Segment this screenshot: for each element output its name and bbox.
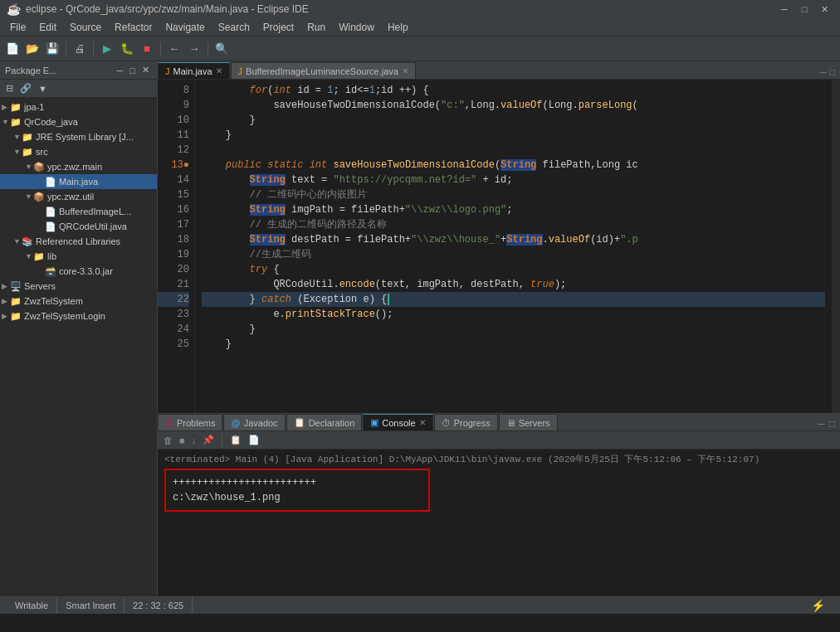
bottom-minimize-button[interactable]: ─ xyxy=(817,417,827,430)
tree-item[interactable]: 📄QRCodeUtil.java xyxy=(0,219,157,234)
tab-java-icon: J xyxy=(165,66,170,76)
view-menu-button[interactable]: ▼ xyxy=(36,83,50,95)
code-line-20: try { xyxy=(202,262,825,277)
tab-problems[interactable]: ⚠ Problems xyxy=(158,414,222,430)
menu-search[interactable]: Search xyxy=(212,18,256,36)
tree-item[interactable]: ▼📚Referenced Libraries xyxy=(0,234,157,249)
minimize-button[interactable]: ─ xyxy=(775,2,794,17)
tree-item[interactable]: 📄BufferedImageL... xyxy=(0,204,157,219)
tab-buffered-image[interactable]: J BufferedImageLuminanceSource.java ✕ xyxy=(231,62,416,79)
tree-item[interactable]: 📄Main.java xyxy=(0,174,157,189)
print-button[interactable]: 🖨 xyxy=(71,40,89,58)
status-insert-mode: Smart Insert xyxy=(57,596,125,614)
tab-declaration[interactable]: 📋 Declaration xyxy=(286,414,363,430)
tree-item[interactable]: ▼📦ypc.zwz.main xyxy=(0,159,157,174)
sidebar: Package E... ─ □ ✕ ⊟ 🔗 ▼ ▶📁jpa-1▼📁QrCode… xyxy=(0,61,158,596)
toolbar-separator-4 xyxy=(208,41,208,56)
stop-button[interactable]: ■ xyxy=(138,40,156,58)
tree-item[interactable]: ▶📁ZwzTelSystemLogin xyxy=(0,309,157,323)
link-editor-button[interactable]: 🔗 xyxy=(17,82,34,95)
tab-buffered-close-icon[interactable]: ✕ xyxy=(402,66,408,75)
menu-run[interactable]: Run xyxy=(300,18,332,36)
open-button[interactable]: 📂 xyxy=(23,40,42,58)
editor-maximize-button[interactable]: □ xyxy=(828,66,837,79)
console-clear-button[interactable]: 🗑 xyxy=(161,435,175,446)
forward-button[interactable]: → xyxy=(185,40,203,58)
tree-item[interactable]: ▶🖥️Servers xyxy=(0,279,157,294)
menu-file[interactable]: File xyxy=(3,18,32,36)
menu-window[interactable]: Window xyxy=(332,18,381,36)
sidebar-maximize-button[interactable]: □ xyxy=(127,64,138,76)
tree-item[interactable]: ▼📁src xyxy=(0,144,157,159)
menu-project[interactable]: Project xyxy=(256,18,300,36)
tab-buffered-java-icon: J xyxy=(238,66,243,76)
tab-console[interactable]: ▣ Console ✕ xyxy=(363,414,432,430)
tree-item-label: jpa-1 xyxy=(24,102,44,112)
tree-item[interactable]: ▼📁QrCode_java xyxy=(0,114,157,129)
tree-item-label: core-3.3.0.jar xyxy=(59,266,113,276)
console-copy-button[interactable]: 📋 xyxy=(227,434,244,446)
menu-edit[interactable]: Edit xyxy=(32,18,63,36)
tree-arrow-icon: ▶ xyxy=(2,103,10,111)
tree-item[interactable]: ▶📁jpa-1 xyxy=(0,100,157,114)
tree-item[interactable]: ▼📦ypc.zwz.util xyxy=(0,189,157,204)
tree-item[interactable]: ▼📁JRE System Library [J... xyxy=(0,129,157,144)
bottom-tab-end: ─ □ xyxy=(559,417,840,430)
bottom-panel: ⚠ Problems @ Javadoc 📋 Declaration ▣ Con… xyxy=(158,413,840,596)
console-stop-button[interactable]: ■ xyxy=(177,435,188,446)
code-content[interactable]: for(int id = 1; id<=1;id ++) { saveHouse… xyxy=(195,80,832,413)
sidebar-close-button[interactable]: ✕ xyxy=(139,64,152,76)
debug-button[interactable]: 🐛 xyxy=(118,40,136,58)
search-button[interactable]: 🔍 xyxy=(212,40,231,58)
tab-progress[interactable]: ⏱ Progress xyxy=(434,414,498,430)
tree-item[interactable]: 🗃️core-3.3.0.jar xyxy=(0,264,157,279)
console-scroll-button[interactable]: ↓ xyxy=(189,435,199,446)
tree-item[interactable]: ▼📁lib xyxy=(0,249,157,264)
tab-console-close-icon[interactable]: ✕ xyxy=(419,418,426,427)
menu-source[interactable]: Source xyxy=(63,18,108,36)
collapse-all-button[interactable]: ⊟ xyxy=(3,82,16,95)
close-button[interactable]: ✕ xyxy=(815,2,833,17)
console-paste-button[interactable]: 📄 xyxy=(246,434,262,446)
tree-arrow-icon: ▼ xyxy=(2,118,10,126)
tree-item-label: JRE System Library [J... xyxy=(36,132,134,142)
tree-item[interactable]: ▶📁ZwzTelSystem xyxy=(0,294,157,309)
back-button[interactable]: ← xyxy=(165,40,183,58)
tree-item-label: ypc.zwz.util xyxy=(47,192,94,202)
toolbar-separator-2 xyxy=(93,41,94,56)
maximize-button[interactable]: □ xyxy=(795,2,813,17)
code-editor[interactable]: 8 9 10 11 12 13● 14 15 16 17 18 19 20 21… xyxy=(158,80,840,413)
tab-javadoc[interactable]: @ Javadoc xyxy=(223,414,285,430)
tree-item-label: QrCode_java xyxy=(24,117,78,127)
tab-bar-end: ─ □ xyxy=(417,66,840,79)
tree-item-icon: 📁 xyxy=(10,311,22,322)
code-line-10: } xyxy=(202,113,825,128)
right-scrollbar[interactable] xyxy=(832,80,840,413)
menu-help[interactable]: Help xyxy=(381,18,415,36)
menu-navigate[interactable]: Navigate xyxy=(159,18,211,36)
code-line-8: for(int id = 1; id<=1;id ++) { xyxy=(202,83,825,98)
tree-item-icon: 📄 xyxy=(45,177,56,187)
tree-item-label: Servers xyxy=(24,281,56,291)
tab-servers[interactable]: 🖥 Servers xyxy=(499,414,558,430)
window-controls: ─ □ ✕ xyxy=(775,2,833,17)
tab-main-java-label: Main.java xyxy=(173,66,212,76)
javadoc-icon: @ xyxy=(231,418,240,428)
console-toolbar: 🗑 ■ ↓ 📌 📋 📄 xyxy=(158,431,840,450)
tab-problems-label: Problems xyxy=(177,418,215,428)
editor-minimize-button[interactable]: ─ xyxy=(818,66,828,79)
tree-item-label: ypc.zwz.main xyxy=(47,162,102,172)
tree-arrow-icon: ▼ xyxy=(13,133,22,141)
code-line-12 xyxy=(202,143,825,158)
menubar: File Edit Source Refactor Navigate Searc… xyxy=(0,18,840,36)
menu-refactor[interactable]: Refactor xyxy=(108,18,159,36)
bottom-maximize-button[interactable]: □ xyxy=(828,417,837,430)
new-button[interactable]: 📄 xyxy=(3,40,22,58)
save-button[interactable]: 💾 xyxy=(43,40,61,58)
tab-main-java[interactable]: J Main.java ✕ xyxy=(158,62,230,79)
run-button[interactable]: ▶ xyxy=(98,40,116,58)
tree-item-icon: 📁 xyxy=(22,132,33,143)
sidebar-minimize-button[interactable]: ─ xyxy=(115,64,126,76)
tab-main-close-icon[interactable]: ✕ xyxy=(216,66,222,75)
console-pin-button[interactable]: 📌 xyxy=(200,434,217,446)
